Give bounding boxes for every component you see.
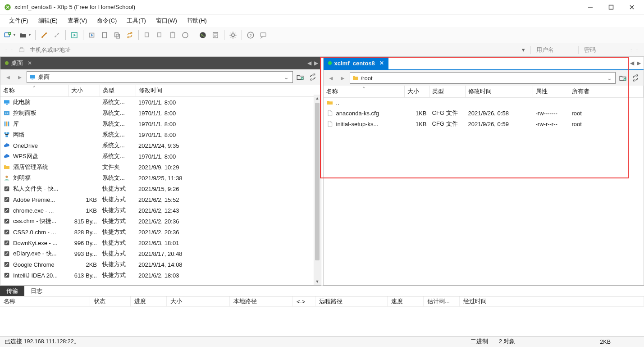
col-size[interactable]: 大小: [405, 86, 429, 98]
col-owner[interactable]: 所有者: [569, 86, 644, 98]
new-window-icon[interactable]: [86, 29, 98, 41]
menu-file[interactable]: 文件(F): [5, 15, 33, 27]
tab-remote-session[interactable]: xclmf_centos8 ✕: [324, 57, 388, 69]
connect-icon[interactable]: [38, 29, 50, 41]
chat-icon[interactable]: [257, 29, 269, 41]
back-button[interactable]: ◄: [3, 72, 13, 82]
password-field[interactable]: 密码: [578, 46, 623, 54]
table-row[interactable]: CSS2.0.chm - ...828 By...快捷方式2021/6/2, 2…: [0, 227, 320, 237]
terminal-icon[interactable]: [197, 29, 209, 41]
menu-window[interactable]: 窗口(W): [151, 15, 182, 27]
reconnect-icon[interactable]: [69, 29, 80, 41]
tab-next-icon[interactable]: ▶: [314, 60, 318, 66]
tcol-size[interactable]: 大小: [167, 296, 230, 306]
refresh-button[interactable]: [307, 72, 318, 82]
table-row[interactable]: anaconda-ks.cfg1KBCFG 文件2021/9/26, 0:58-…: [324, 108, 644, 118]
table-row[interactable]: 私人文件夹 - 快...快捷方式2021/9/15, 9:26: [0, 183, 320, 194]
tcol-lpath[interactable]: 本地路径: [230, 296, 293, 306]
col-mtime[interactable]: 修改时间: [466, 86, 533, 98]
menu-view[interactable]: 查看(V): [63, 15, 91, 27]
scroll-down-icon[interactable]: ▼: [314, 278, 321, 285]
col-size[interactable]: 大小: [68, 85, 100, 97]
tcol-rpath[interactable]: 远程路径: [315, 296, 388, 306]
new-folder-button[interactable]: [295, 72, 306, 82]
paste-icon[interactable]: [167, 29, 178, 41]
table-row[interactable]: DownKyi.exe - ...996 By...快捷方式2021/6/3, …: [0, 237, 320, 248]
username-field[interactable]: 用户名: [530, 46, 575, 54]
settings-icon[interactable]: [227, 29, 239, 41]
close-button[interactable]: [621, 0, 642, 14]
menu-tools[interactable]: 工具(T): [122, 15, 151, 27]
copy-icon[interactable]: [111, 29, 123, 41]
host-dropdown-icon[interactable]: ▾: [519, 46, 528, 53]
col-name[interactable]: ^名称: [0, 85, 68, 97]
maximize-button[interactable]: [601, 0, 621, 14]
table-row[interactable]: WPS网盘系统文...1970/1/1, 8:00: [0, 151, 320, 162]
table-row[interactable]: ..: [324, 98, 644, 108]
menu-command[interactable]: 命令(C): [92, 15, 121, 27]
close-icon[interactable]: ✕: [27, 60, 32, 66]
download-icon[interactable]: [154, 29, 166, 41]
col-mtime[interactable]: 修改时间: [136, 85, 320, 97]
upload-icon[interactable]: [142, 29, 153, 41]
menu-help[interactable]: 帮助(H): [183, 15, 211, 27]
new-folder-button[interactable]: [617, 73, 628, 83]
tab-prev-icon[interactable]: ◀: [307, 60, 311, 66]
table-row[interactable]: 酒店管理系统文件夹2021/9/9, 10:29: [0, 162, 320, 173]
disconnect-icon[interactable]: [51, 29, 63, 41]
chevron-down-icon[interactable]: ⌄: [283, 74, 291, 81]
local-file-list[interactable]: ^名称 大小 类型 修改时间 此电脑系统文...1970/1/1, 8:00控制…: [0, 85, 321, 285]
tcol-eta[interactable]: 估计剩...: [424, 296, 460, 306]
remote-file-list[interactable]: ^名称 大小 类型 修改时间 属性 所有者 ..anaconda-ks.cfg1…: [324, 86, 644, 285]
open-session-button[interactable]: ▼: [18, 29, 32, 41]
tab-log[interactable]: 日志: [24, 286, 49, 296]
tcol-status[interactable]: 状态: [90, 296, 131, 306]
tcol-speed[interactable]: 速度: [388, 296, 424, 306]
tcol-elapsed[interactable]: 经过时间: [460, 296, 644, 306]
remote-path-combo[interactable]: /root ⌄: [350, 72, 616, 84]
table-row[interactable]: initial-setup-ks...1KBCFG 文件2021/9/26, 0…: [324, 118, 644, 129]
minimize-button[interactable]: [580, 0, 601, 14]
tab-prev-icon[interactable]: ◀: [630, 60, 634, 66]
tab-next-icon[interactable]: ▶: [637, 60, 641, 66]
refresh-button[interactable]: [630, 73, 641, 83]
col-type[interactable]: 类型: [429, 86, 466, 98]
table-row[interactable]: 网络系统文...1970/1/1, 8:00: [0, 129, 320, 140]
tcol-name[interactable]: 名称: [0, 296, 90, 306]
close-icon[interactable]: ✕: [379, 60, 384, 66]
forward-button[interactable]: ►: [15, 72, 25, 82]
scroll-thumb[interactable]: [315, 103, 320, 260]
new-file-icon[interactable]: [99, 29, 110, 41]
table-row[interactable]: Google Chrome2KB快捷方式2021/9/14, 14:08: [0, 259, 320, 270]
tab-transfer[interactable]: 传输: [0, 286, 24, 296]
col-name[interactable]: ^名称: [324, 86, 405, 98]
table-row[interactable]: Adobe Premie...1KB快捷方式2021/6/2, 15:52: [0, 194, 320, 205]
tcol-dir[interactable]: <->: [293, 296, 315, 306]
col-perm[interactable]: 属性: [533, 86, 569, 98]
help-icon[interactable]: ?: [245, 29, 256, 41]
tcol-progress[interactable]: 进度: [131, 296, 167, 306]
forward-button[interactable]: ►: [338, 73, 348, 83]
host-input[interactable]: [28, 45, 516, 55]
col-type[interactable]: 类型: [100, 85, 136, 97]
local-path-combo[interactable]: 桌面 ⌄: [27, 71, 293, 83]
scrollbar[interactable]: ▲ ▼: [314, 95, 321, 285]
new-session-button[interactable]: ▼: [3, 29, 17, 41]
table-row[interactable]: chrome.exe - ...1KB快捷方式2021/6/2, 12:43: [0, 205, 320, 216]
sync-icon[interactable]: [124, 29, 136, 41]
table-row[interactable]: 库系统文...1970/1/1, 8:00: [0, 118, 320, 129]
back-button[interactable]: ◄: [326, 73, 336, 83]
chevron-down-icon[interactable]: ⌄: [605, 75, 613, 82]
table-row[interactable]: css.chm - 快捷...815 By...快捷方式2021/6/2, 20…: [0, 216, 320, 227]
table-row[interactable]: 此电脑系统文...1970/1/1, 8:00: [0, 97, 320, 108]
table-row[interactable]: eDiary.exe - 快...993 By...快捷方式2021/8/17,…: [0, 248, 320, 259]
menu-edit[interactable]: 编辑(E): [34, 15, 62, 27]
scroll-up-icon[interactable]: ▲: [314, 95, 321, 102]
table-row[interactable]: IntelliJ IDEA 20...613 By...快捷方式2021/6/2…: [0, 270, 320, 281]
table-row[interactable]: OneDrive系统文...2021/9/24, 9:35: [0, 140, 320, 151]
table-row[interactable]: 刘明福系统文...2021/9/25, 11:38: [0, 173, 320, 183]
tab-local-desktop[interactable]: 桌面 ✕: [0, 57, 37, 69]
properties-icon[interactable]: [179, 29, 191, 41]
table-row[interactable]: 控制面板系统文...1970/1/1, 8:00: [0, 108, 320, 118]
editor-icon[interactable]: [210, 29, 221, 41]
